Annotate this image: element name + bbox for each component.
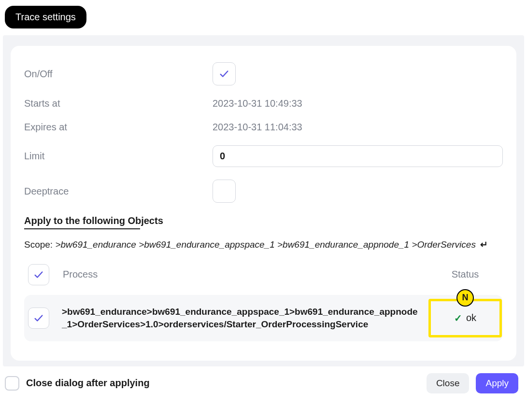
status-text: ok [466, 312, 476, 323]
onoff-label: On/Off [24, 69, 213, 80]
limit-input[interactable] [213, 145, 503, 167]
scope-line: Scope: >bw691_endurance >bw691_endurance… [24, 236, 503, 253]
deeptrace-checkbox[interactable] [213, 180, 236, 203]
close-button[interactable]: Close [427, 373, 470, 393]
scope-prefix: Scope: [24, 239, 55, 250]
limit-label: Limit [24, 151, 213, 162]
table-row: >bw691_endurance>bw691_endurance_appspac… [24, 295, 503, 341]
status-cell: N ✓ ok [431, 302, 499, 335]
scope-path: >bw691_endurance >bw691_endurance_appspa… [55, 239, 475, 250]
expires-value: 2023-10-31 11:04:33 [213, 122, 503, 133]
col-status-label: Status [452, 269, 479, 280]
table-header: Process Status [24, 262, 503, 287]
row-expires: Expires at 2023-10-31 11:04:33 [24, 122, 503, 133]
deeptrace-label: Deeptrace [24, 186, 213, 197]
settings-card: On/Off Starts at 2023-10-31 10:49:33 Exp… [11, 46, 516, 361]
page-title: Trace settings [5, 6, 86, 28]
process-path: >bw691_endurance>bw691_endurance_appspac… [62, 306, 419, 330]
annotation-marker: N [456, 289, 474, 307]
row-onoff: On/Off [24, 62, 503, 85]
col-status-header: Status [431, 269, 499, 280]
check-icon [33, 269, 44, 280]
check-icon [33, 313, 44, 323]
row-starts: Starts at 2023-10-31 10:49:33 [24, 98, 503, 109]
check-icon: ✓ [454, 312, 462, 324]
dialog-footer: Close dialog after applying Close Apply [0, 366, 527, 397]
title-underline [24, 228, 140, 229]
return-icon: ↵ [480, 239, 488, 250]
row-limit: Limit [24, 145, 503, 167]
starts-value: 2023-10-31 10:49:33 [213, 98, 503, 109]
check-icon [219, 69, 229, 79]
objects-title: Apply to the following Objects [24, 215, 503, 226]
apply-button[interactable]: Apply [476, 373, 518, 393]
row-deeptrace: Deeptrace [24, 180, 503, 203]
row-checkbox[interactable] [28, 308, 49, 329]
expires-label: Expires at [24, 122, 213, 133]
onoff-checkbox[interactable] [213, 62, 236, 85]
select-all-checkbox[interactable] [28, 264, 49, 285]
close-after-label: Close dialog after applying [26, 378, 150, 389]
close-after-checkbox[interactable] [5, 376, 19, 391]
settings-panel: On/Off Starts at 2023-10-31 10:49:33 Exp… [3, 35, 524, 366]
starts-label: Starts at [24, 98, 213, 109]
col-process-header: Process [62, 269, 419, 280]
